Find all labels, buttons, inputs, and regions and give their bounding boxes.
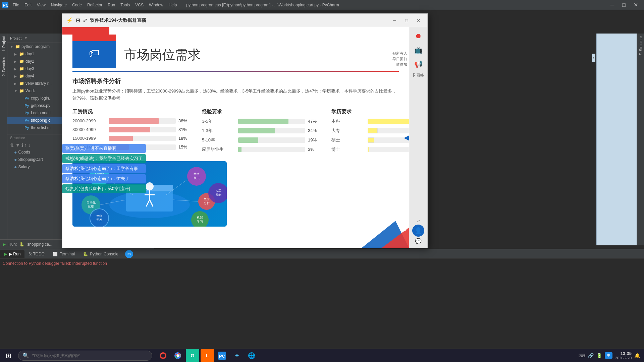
taskbar-apps: ⭕ G L PC ✦ 🌐: [154, 349, 261, 362]
run-icon: 🐍: [19, 242, 24, 247]
tree-copy-login-label: copy login.: [31, 96, 50, 101]
section-title: 市场招聘条件分析: [72, 77, 399, 85]
project-tab[interactable]: 1: Project: [0, 34, 7, 54]
struct-filter-icon[interactable]: ▼: [15, 142, 20, 148]
notification-icon: ✉: [127, 252, 131, 256]
sidebar-record-button[interactable]: ⏺: [412, 30, 425, 42]
taskbar-search-box[interactable]: 🔍: [18, 351, 152, 361]
right-edge-tabs[interactable]: Z: Structure: [637, 34, 644, 245]
tab-todo[interactable]: 6: TODO: [24, 250, 49, 258]
menu-code[interactable]: Code: [69, 0, 85, 10]
project-header-label: Project: [10, 36, 21, 40]
sidebar-expand-icon[interactable]: ⤢: [417, 219, 420, 223]
panel-collapse-right[interactable]: ›: [592, 54, 595, 62]
user-avatar[interactable]: 👤: [412, 225, 424, 237]
struct-info-icon[interactable]: ℹ: [21, 142, 23, 148]
notification-badge[interactable]: ✉: [125, 250, 133, 258]
edu-row-3: 硕士 9%: [331, 137, 409, 143]
menu-help[interactable]: Help: [166, 0, 180, 10]
svg-text:智能: 智能: [215, 193, 221, 196]
maximize-button[interactable]: □: [620, 1, 628, 9]
start-button[interactable]: ⊞: [0, 349, 17, 362]
chat-msg-3: 蔡浩杉(我他妈心态崩了)：田学长有事: [62, 164, 146, 173]
taskbar-grammarly[interactable]: G: [186, 349, 199, 362]
popup-window: ⚡ ⊞ ⤢ 软件技术194-大数据群直播 ─ □ ✕ 🏷 市场岗位需求: [62, 13, 428, 248]
sidebar-bottom-controls: ⤢ 👤 💬: [412, 219, 424, 248]
menu-file[interactable]: File: [10, 0, 22, 10]
popup-right-sidebar: ⏺ 📺 📢 阝丽略 ◀ ⤢ 👤 💬: [409, 27, 427, 248]
tree-day2-label: day2: [25, 59, 34, 64]
salary-row-2: 30000-4999 31%: [72, 127, 192, 132]
tab-run[interactable]: ▶ ▶ Run: [0, 250, 24, 258]
section-desc: 上海python就业形势分析：招聘待遇，工资20000-29999占比最多，达3…: [72, 88, 399, 102]
struct-up-icon[interactable]: ↑: [24, 142, 27, 148]
structure-tab[interactable]: Z: Structure: [637, 34, 644, 58]
run-play-icon[interactable]: ▶: [3, 242, 6, 247]
chat-icon[interactable]: 💬: [415, 238, 422, 244]
menu-edit[interactable]: Edit: [22, 0, 34, 10]
ime-indicator[interactable]: 中: [605, 352, 612, 359]
taskbar-search-input[interactable]: [32, 353, 148, 358]
menu-run[interactable]: Run: [105, 0, 118, 10]
taskbar-cortana[interactable]: ⭕: [156, 349, 170, 362]
taskbar-pycharm[interactable]: PC: [215, 349, 229, 362]
chat-user-5: 包贵兵(包贵兵家长)：: [65, 186, 108, 191]
right-info-panel: ›: [596, 34, 637, 245]
menu-window[interactable]: Window: [146, 0, 166, 10]
todo-tab-label: 6: TODO: [29, 252, 45, 256]
popup-minimize-button[interactable]: ─: [390, 16, 399, 24]
popup-lightning-icon[interactable]: ⚡: [66, 17, 73, 23]
taskbar-app3[interactable]: L: [201, 349, 214, 362]
sidebar-broadcast-icon[interactable]: 📢: [412, 58, 425, 70]
salary-title: 工资情况: [72, 109, 192, 115]
taskbar-chrome[interactable]: [171, 349, 184, 362]
window-title: python progromeas [E:\python\python prog…: [186, 3, 608, 7]
popup-window-controls[interactable]: ─ □ ✕: [390, 16, 423, 24]
exp-row-2: 1-3年 34%: [202, 128, 321, 134]
date-display: 2020/2/20: [615, 356, 632, 360]
struct-down-icon[interactable]: ↓: [28, 142, 31, 148]
popup-expand-icon[interactable]: ⤢: [83, 17, 87, 23]
tab-python-console[interactable]: 🐍 Python Console: [79, 250, 122, 258]
menu-view[interactable]: View: [34, 0, 48, 10]
svg-text:开发: 开发: [96, 218, 102, 222]
tree-loginand-label: Login and l: [31, 111, 51, 115]
tab-terminal[interactable]: ⬜ Terminal: [49, 250, 79, 258]
sidebar-collapse-arrow[interactable]: ◀: [404, 133, 409, 141]
tree-shopping-label: shopping c: [31, 118, 50, 123]
taskbar-feather[interactable]: ✦: [230, 349, 244, 362]
bottom-tabs-bar[interactable]: ▶ ▶ Run 6: TODO ⬜ Terminal 🐍 Python Cons…: [0, 249, 644, 258]
close-button[interactable]: ✕: [631, 1, 641, 9]
tree-threelist-label: three list m: [31, 125, 51, 130]
taskbar-browser[interactable]: 🌐: [245, 349, 258, 362]
favorites-tab[interactable]: 2: Favorites: [0, 54, 7, 79]
chat-user-1: 张宽(张宽)：: [65, 146, 90, 151]
popup-restore-button[interactable]: □: [402, 16, 411, 24]
svg-text:数据: 数据: [204, 197, 210, 201]
notification-area[interactable]: 🔔: [634, 353, 640, 358]
left-edge-tabs[interactable]: 1: Project 2: Favorites: [0, 34, 7, 245]
popup-close-button[interactable]: ✕: [414, 16, 423, 24]
run-file-label: shopping ca...: [27, 242, 52, 247]
popup-body: 🏷 市场岗位需求 市场招聘条件分析 上海python就业形势分析：招聘待遇，工资…: [62, 27, 427, 248]
menu-vcs[interactable]: VCS: [132, 0, 146, 10]
menu-navigate[interactable]: Navigate: [48, 0, 69, 10]
tree-work-label: Work: [25, 88, 35, 93]
window-controls[interactable]: ─ □ ✕: [608, 1, 644, 9]
menu-tools[interactable]: Tools: [118, 0, 132, 10]
menu-bar[interactable]: File Edit View Navigate Code Refactor Ru…: [10, 0, 179, 10]
minimize-button[interactable]: ─: [608, 1, 617, 9]
tree-project-label: python program: [21, 44, 50, 49]
header-underline: [72, 71, 399, 72]
struct-sort-icon[interactable]: ⇅: [10, 142, 14, 148]
exp-row-4: 应届毕业生 3%: [202, 146, 321, 153]
chat-msg-4: 蔡浩杉(我他妈心态崩了)：忙去了: [62, 174, 146, 183]
exp-row-3: 5-10年 19%: [202, 137, 321, 143]
sidebar-comment-1: 阝丽略: [412, 72, 425, 78]
keyboard-icon: ⌨: [579, 353, 585, 358]
popup-titlebar: ⚡ ⊞ ⤢ 软件技术194-大数据群直播 ─ □ ✕: [62, 14, 427, 27]
popup-grid-icon[interactable]: ⊞: [76, 17, 80, 23]
popup-header-section: 🏷 市场岗位需求: [62, 35, 409, 68]
sidebar-tv-icon[interactable]: 📺: [412, 44, 425, 56]
menu-refactor[interactable]: Refactor: [85, 0, 105, 10]
